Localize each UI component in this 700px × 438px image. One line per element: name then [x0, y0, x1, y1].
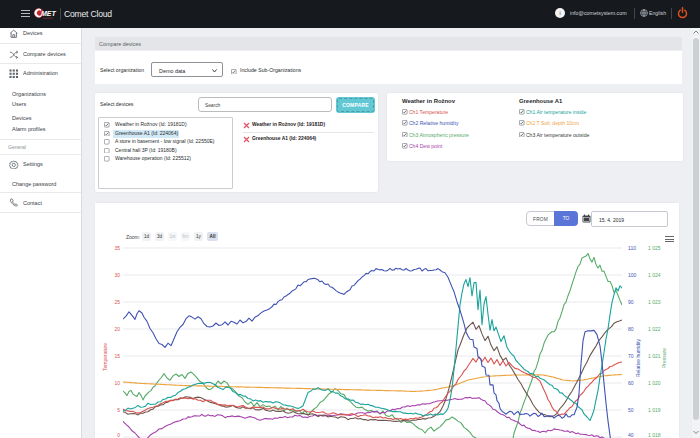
svg-text:0: 0	[117, 432, 120, 438]
svg-text:40: 40	[628, 432, 634, 438]
svg-text:MET: MET	[41, 10, 57, 17]
svg-text:5: 5	[117, 407, 120, 413]
svg-text:Relative humidity: Relative humidity	[635, 338, 641, 377]
svg-text:35: 35	[114, 245, 120, 251]
svg-text:1 025: 1 025	[648, 245, 661, 251]
svg-text:1 020: 1 020	[648, 380, 661, 386]
svg-text:80: 80	[628, 326, 634, 332]
svg-text:20: 20	[114, 326, 120, 332]
svg-text:1 024: 1 024	[648, 272, 661, 278]
svg-text:25: 25	[114, 299, 120, 305]
svg-text:60: 60	[628, 380, 634, 386]
svg-text:110: 110	[628, 245, 636, 251]
svg-text:1 018: 1 018	[648, 432, 661, 438]
svg-text:1 021: 1 021	[648, 353, 661, 359]
svg-text:1 023: 1 023	[648, 299, 661, 305]
svg-text:30: 30	[114, 272, 120, 278]
svg-text:1 019: 1 019	[648, 407, 661, 413]
svg-text:50: 50	[628, 407, 634, 413]
svg-text:Pressure: Pressure	[661, 348, 667, 368]
svg-text:70: 70	[628, 353, 634, 359]
svg-text:1 022: 1 022	[648, 326, 661, 332]
svg-text:15: 15	[114, 353, 120, 359]
svg-text:10: 10	[114, 380, 120, 386]
svg-text:90: 90	[628, 299, 634, 305]
svg-text:Temperature: Temperature	[102, 343, 108, 371]
svg-text:100: 100	[628, 272, 637, 278]
